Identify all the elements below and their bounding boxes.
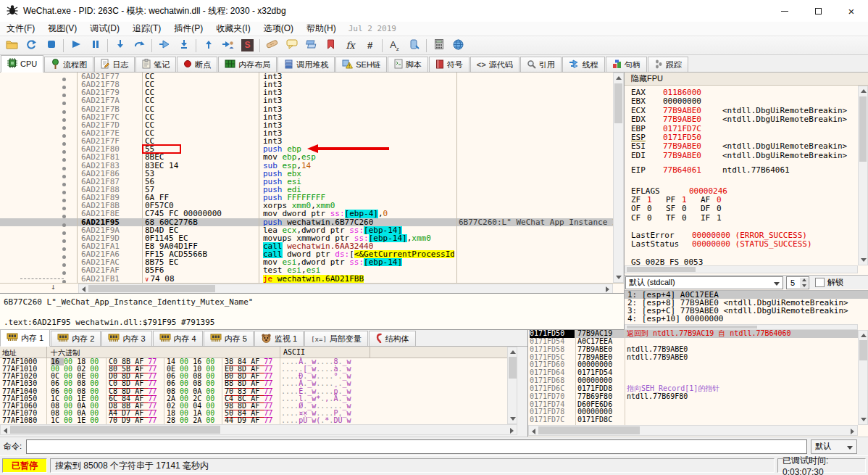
- flags-row[interactable]: CF0TF0IF1: [631, 214, 856, 223]
- run-button[interactable]: [66, 37, 85, 54]
- register-row[interactable]: EDI77B9ABE0<ntdll.DbgUiRemoteBreakin>: [631, 152, 856, 160]
- settings-globe-button[interactable]: [448, 37, 468, 54]
- register-row[interactable]: EIP77B64061ntdll.77B64061: [631, 166, 856, 175]
- tab-symbols[interactable]: 符号: [429, 57, 470, 72]
- disassembly-h-scrollbar[interactable]: [78, 284, 613, 294]
- tab-references[interactable]: 引用: [520, 57, 562, 72]
- pause-button[interactable]: [85, 37, 105, 54]
- menu-item-8[interactable]: 帮助(H): [300, 22, 343, 36]
- flags-row[interactable]: OF0SF0DF0: [631, 205, 856, 213]
- stack-row[interactable]: 0171FD7C0171FD8C: [528, 416, 868, 424]
- last-status-row[interactable]: LastStatus 00000000 (STATUS_SUCCESS): [631, 240, 856, 249]
- menu-item-7[interactable]: 选项(O): [257, 22, 300, 36]
- disasm-row[interactable]: 6AD21F7ACCint3: [0, 96, 613, 104]
- dump-tab-memory[interactable]: 内存 1: [0, 329, 50, 347]
- dump-row[interactable]: 77AF10801C 00 1E 0070 D9 AF 7728 00 2A 0…: [0, 417, 507, 424]
- stack-panel[interactable]: 0171FD5077B9AC19返回到 ntdll.77B9AC19 自 ntd…: [527, 330, 868, 437]
- bookmarks-button[interactable]: [321, 37, 341, 54]
- tab-call-stack[interactable]: 调用堆栈: [277, 57, 335, 72]
- dump-v-scrollbar[interactable]: [507, 347, 517, 424]
- register-row[interactable]: EDX77B9ABE0<ntdll.DbgUiRemoteBreakin>: [631, 115, 856, 124]
- disassembly-v-scrollbar[interactable]: [613, 73, 624, 283]
- stack-h-scrollbar[interactable]: [528, 425, 858, 436]
- disassembly-panel[interactable]: 6AD21F77CCint36AD21F78CCint36AD21F79CCin…: [0, 73, 613, 283]
- tab-source[interactable]: <>源代码: [470, 57, 519, 72]
- stack-v-scrollbar[interactable]: [858, 330, 868, 425]
- open-folder-button[interactable]: [2, 37, 22, 54]
- menu-item-4[interactable]: 追踪(T): [126, 22, 167, 36]
- register-row[interactable]: EBX00000000: [631, 97, 856, 106]
- control-flow-button[interactable]: #: [360, 37, 380, 54]
- calling-convention-dropdown[interactable]: 默认 (stdcall): [625, 276, 783, 289]
- maximize-button[interactable]: [801, 0, 835, 22]
- memory-dump-panel[interactable]: 地址 十六进制 ASCII 77AF100016 00 18 00C0 8B A…: [0, 347, 507, 424]
- hide-fpu-toggle[interactable]: 隐藏FPU: [625, 73, 868, 86]
- dump-tab-memory[interactable]: 内存 3: [101, 331, 151, 346]
- dump-tab-memory[interactable]: 内存 2: [51, 331, 101, 346]
- breakpoint-dot[interactable]: [62, 277, 75, 283]
- disasm-row[interactable]: 6AD21FAF85F6test esi,esi: [0, 266, 613, 274]
- menu-item-2[interactable]: 视图(V): [41, 22, 83, 36]
- tab-threads[interactable]: 线程: [562, 57, 605, 72]
- tab-seh-chain[interactable]: SEH链: [335, 57, 387, 72]
- dump-h-scrollbar[interactable]: [0, 424, 517, 435]
- tab-graph[interactable]: 流程图: [44, 57, 93, 72]
- tab-breakpoint[interactable]: 断点: [177, 57, 217, 72]
- tab-log[interactable]: 日志: [94, 57, 135, 72]
- modules-button[interactable]: [404, 37, 424, 54]
- tab-cpu[interactable]: CPU: [1, 55, 43, 73]
- comments-button[interactable]: [282, 37, 301, 54]
- argument-row[interactable]: 3: [esp+C] 77B9ABE0 <ntdll.DbgUiRemoteBr…: [625, 307, 868, 315]
- eflags-row[interactable]: EFLAGS00000246: [631, 187, 856, 196]
- command-syntax-dropdown[interactable]: 默认: [811, 439, 857, 454]
- dump-tab-memory[interactable]: 内存 5: [204, 331, 254, 346]
- tab-script[interactable]: 脚本: [388, 57, 428, 72]
- menu-item-5[interactable]: 插件(P): [167, 22, 209, 36]
- flags-row[interactable]: ZF1PF1AF0: [631, 196, 856, 205]
- menu-item-6[interactable]: 收藏夹(I): [209, 22, 256, 36]
- arguments-h-scrollbar[interactable]: [625, 324, 858, 330]
- command-input[interactable]: [26, 439, 807, 454]
- registers-h-scrollbar[interactable]: [625, 265, 858, 273]
- argument-count-stepper[interactable]: 5: [786, 276, 809, 289]
- unlock-checkbox[interactable]: [815, 278, 825, 287]
- dump-tab-memory[interactable]: 内存 4: [153, 331, 203, 346]
- run-to-cursor-button[interactable]: [154, 37, 174, 54]
- stack-row[interactable]: 0171FD5877B9ABE0ntdll.77B9ABE0: [528, 346, 868, 354]
- step-into-button[interactable]: [110, 37, 130, 54]
- argument-row[interactable]: 2: [esp+8] 77B9ABE0 <ntdll.DbgUiRemoteBr…: [625, 299, 868, 307]
- labels-button[interactable]: [301, 37, 321, 54]
- registers-v-scrollbar[interactable]: [858, 86, 868, 265]
- minimize-button[interactable]: [768, 0, 801, 22]
- disasm-row[interactable]: 6AD21F818BECmov ebp,esp: [0, 153, 613, 161]
- disasm-row[interactable]: 6AD21FB1∨74 08je wechatwin.6AD21FBB: [0, 275, 613, 283]
- tab-handles[interactable]: 句柄: [606, 57, 647, 72]
- dump-tab-locals[interactable]: [x=]局部变量: [304, 331, 368, 346]
- patches-button[interactable]: [262, 37, 282, 54]
- menu-item-3[interactable]: 调试(D): [83, 22, 126, 36]
- menu-item-1[interactable]: 文件(F): [0, 22, 41, 36]
- run-to-user-code-button[interactable]: [218, 37, 238, 54]
- argument-row[interactable]: 1: [esp+4] A0C17EEA: [625, 291, 868, 299]
- disasm-row[interactable]: 6AD21F8EC745 FC 00000000mov dword ptr ss…: [0, 210, 613, 218]
- tab-memory-map[interactable]: 内存布局: [218, 57, 277, 72]
- step-over-button[interactable]: [130, 37, 149, 54]
- close-button[interactable]: ×: [835, 0, 868, 22]
- functions-button[interactable]: fx: [341, 37, 360, 54]
- execute-till-return-button[interactable]: [199, 37, 218, 54]
- disasm-row[interactable]: 6AD21F9568 60C2776Bpush wechatwin.6B77C2…: [0, 218, 613, 226]
- strings-button[interactable]: Az: [385, 37, 404, 54]
- tab-trace[interactable]: 跟踪: [648, 57, 688, 72]
- stack-row[interactable]: 0171FD7077B69F80ntdll.77B69F80: [528, 393, 868, 401]
- stepper-arrows-icon[interactable]: [800, 278, 808, 288]
- dump-tab-watch[interactable]: 监视 1: [254, 331, 304, 346]
- stop-button[interactable]: [41, 37, 61, 54]
- calculator-button[interactable]: [429, 37, 448, 54]
- argument-row[interactable]: 4: [esp+10] 00000000: [625, 315, 868, 323]
- dump-tab-struct[interactable]: 结构体: [369, 331, 416, 346]
- restart-button[interactable]: [22, 37, 41, 54]
- register-row[interactable]: ESI77B9ABE0<ntdll.DbgUiRemoteBreakin>: [631, 142, 856, 151]
- tab-notes[interactable]: 笔记: [135, 57, 176, 72]
- step-out-button[interactable]: [174, 37, 193, 54]
- scylla-button[interactable]: S: [238, 37, 257, 54]
